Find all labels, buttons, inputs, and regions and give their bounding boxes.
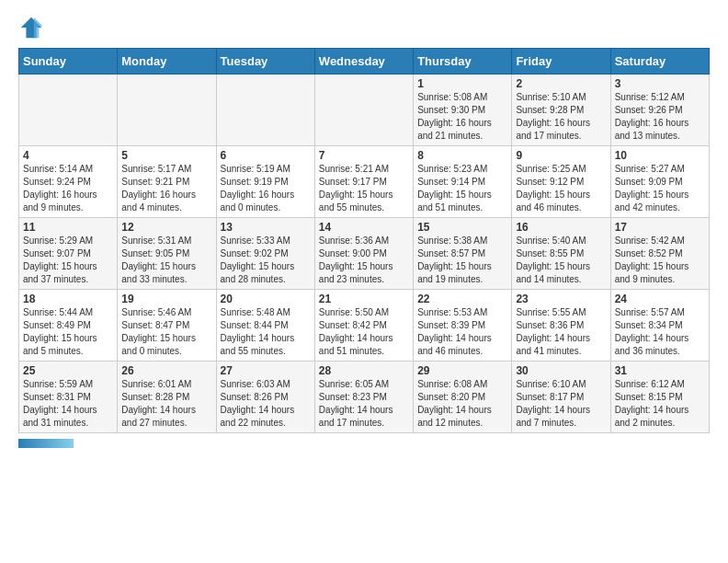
day-info: Sunrise: 5:50 AM Sunset: 8:42 PM Dayligh… bbox=[319, 306, 409, 358]
day-info: Sunrise: 5:17 AM Sunset: 9:21 PM Dayligh… bbox=[121, 163, 211, 214]
day-cell: 15Sunrise: 5:38 AM Sunset: 8:57 PM Dayli… bbox=[414, 218, 512, 290]
day-cell: 2Sunrise: 5:10 AM Sunset: 9:28 PM Daylig… bbox=[512, 75, 610, 146]
week-row-4: 18Sunrise: 5:44 AM Sunset: 8:49 PM Dayli… bbox=[19, 290, 710, 362]
day-number: 18 bbox=[23, 293, 113, 305]
day-number: 14 bbox=[319, 221, 409, 234]
day-info: Sunrise: 5:36 AM Sunset: 9:00 PM Dayligh… bbox=[319, 235, 409, 286]
day-number: 25 bbox=[23, 364, 113, 377]
day-info: Sunrise: 5:33 AM Sunset: 9:02 PM Dayligh… bbox=[221, 235, 311, 286]
day-cell: 21Sunrise: 5:50 AM Sunset: 8:42 PM Dayli… bbox=[314, 290, 413, 362]
day-info: Sunrise: 5:48 AM Sunset: 8:44 PM Dayligh… bbox=[221, 306, 311, 358]
day-number: 24 bbox=[615, 293, 705, 305]
day-cell: 18Sunrise: 5:44 AM Sunset: 8:49 PM Dayli… bbox=[19, 290, 118, 362]
day-number: 15 bbox=[417, 221, 507, 234]
day-info: Sunrise: 5:46 AM Sunset: 8:47 PM Dayligh… bbox=[121, 306, 211, 358]
header-row: SundayMondayTuesdayWednesdayThursdayFrid… bbox=[19, 49, 710, 75]
week-row-3: 11Sunrise: 5:29 AM Sunset: 9:07 PM Dayli… bbox=[19, 218, 710, 290]
col-header-monday: Monday bbox=[118, 49, 216, 75]
day-number: 7 bbox=[319, 149, 409, 162]
day-number: 8 bbox=[417, 149, 507, 162]
day-info: Sunrise: 6:03 AM Sunset: 8:26 PM Dayligh… bbox=[221, 378, 311, 430]
day-info: Sunrise: 5:57 AM Sunset: 8:34 PM Dayligh… bbox=[615, 306, 705, 358]
day-info: Sunrise: 5:40 AM Sunset: 8:55 PM Dayligh… bbox=[516, 235, 606, 286]
day-info: Sunrise: 6:08 AM Sunset: 8:20 PM Dayligh… bbox=[417, 378, 507, 430]
day-cell: 14Sunrise: 5:36 AM Sunset: 9:00 PM Dayli… bbox=[314, 218, 413, 290]
day-cell: 22Sunrise: 5:53 AM Sunset: 8:39 PM Dayli… bbox=[414, 290, 512, 362]
day-cell: 6Sunrise: 5:19 AM Sunset: 9:19 PM Daylig… bbox=[216, 146, 314, 218]
day-cell bbox=[19, 75, 118, 146]
page: SundayMondayTuesdayWednesdayThursdayFrid… bbox=[0, 0, 728, 457]
day-number: 3 bbox=[615, 77, 705, 90]
day-number: 5 bbox=[121, 149, 211, 162]
day-cell: 30Sunrise: 6:10 AM Sunset: 8:17 PM Dayli… bbox=[512, 362, 610, 433]
day-info: Sunrise: 5:44 AM Sunset: 8:49 PM Dayligh… bbox=[23, 306, 113, 358]
day-cell: 8Sunrise: 5:23 AM Sunset: 9:14 PM Daylig… bbox=[414, 146, 512, 218]
day-info: Sunrise: 6:05 AM Sunset: 8:23 PM Dayligh… bbox=[319, 378, 409, 430]
day-number: 19 bbox=[121, 293, 211, 305]
day-number: 10 bbox=[615, 149, 705, 162]
day-info: Sunrise: 5:19 AM Sunset: 9:19 PM Dayligh… bbox=[221, 163, 311, 214]
day-cell bbox=[216, 75, 314, 146]
logo bbox=[18, 15, 48, 40]
col-header-thursday: Thursday bbox=[414, 49, 512, 75]
day-info: Sunrise: 5:21 AM Sunset: 9:17 PM Dayligh… bbox=[319, 163, 409, 214]
day-number: 30 bbox=[516, 364, 606, 377]
day-number: 11 bbox=[23, 221, 113, 234]
day-info: Sunrise: 5:23 AM Sunset: 9:14 PM Dayligh… bbox=[417, 163, 507, 214]
calendar-table: SundayMondayTuesdayWednesdayThursdayFrid… bbox=[18, 48, 710, 433]
day-info: Sunrise: 6:12 AM Sunset: 8:15 PM Dayligh… bbox=[615, 378, 705, 430]
day-cell: 19Sunrise: 5:46 AM Sunset: 8:47 PM Dayli… bbox=[118, 290, 216, 362]
header bbox=[18, 15, 710, 40]
week-row-5: 25Sunrise: 5:59 AM Sunset: 8:31 PM Dayli… bbox=[19, 362, 710, 433]
day-info: Sunrise: 5:08 AM Sunset: 9:30 PM Dayligh… bbox=[417, 91, 507, 143]
day-cell: 1Sunrise: 5:08 AM Sunset: 9:30 PM Daylig… bbox=[414, 75, 512, 146]
col-header-wednesday: Wednesday bbox=[314, 49, 413, 75]
day-cell: 12Sunrise: 5:31 AM Sunset: 9:05 PM Dayli… bbox=[118, 218, 216, 290]
daylight-bar bbox=[18, 439, 74, 448]
day-number: 22 bbox=[417, 293, 507, 305]
col-header-saturday: Saturday bbox=[610, 49, 709, 75]
day-info: Sunrise: 6:10 AM Sunset: 8:17 PM Dayligh… bbox=[516, 378, 606, 430]
day-number: 26 bbox=[121, 364, 211, 377]
day-cell: 11Sunrise: 5:29 AM Sunset: 9:07 PM Dayli… bbox=[19, 218, 118, 290]
day-cell: 24Sunrise: 5:57 AM Sunset: 8:34 PM Dayli… bbox=[610, 290, 709, 362]
day-cell: 23Sunrise: 5:55 AM Sunset: 8:36 PM Dayli… bbox=[512, 290, 610, 362]
day-number: 13 bbox=[221, 221, 311, 234]
col-header-tuesday: Tuesday bbox=[216, 49, 314, 75]
day-cell: 29Sunrise: 6:08 AM Sunset: 8:20 PM Dayli… bbox=[414, 362, 512, 433]
day-cell bbox=[314, 75, 413, 146]
day-cell bbox=[118, 75, 216, 146]
day-info: Sunrise: 5:12 AM Sunset: 9:26 PM Dayligh… bbox=[615, 91, 705, 143]
col-header-friday: Friday bbox=[512, 49, 610, 75]
day-info: Sunrise: 5:25 AM Sunset: 9:12 PM Dayligh… bbox=[516, 163, 606, 214]
day-cell: 7Sunrise: 5:21 AM Sunset: 9:17 PM Daylig… bbox=[314, 146, 413, 218]
day-cell: 13Sunrise: 5:33 AM Sunset: 9:02 PM Dayli… bbox=[216, 218, 314, 290]
day-info: Sunrise: 5:10 AM Sunset: 9:28 PM Dayligh… bbox=[516, 91, 606, 143]
day-info: Sunrise: 5:53 AM Sunset: 8:39 PM Dayligh… bbox=[417, 306, 507, 358]
day-number: 12 bbox=[121, 221, 211, 234]
day-cell: 27Sunrise: 6:03 AM Sunset: 8:26 PM Dayli… bbox=[216, 362, 314, 433]
day-cell: 16Sunrise: 5:40 AM Sunset: 8:55 PM Dayli… bbox=[512, 218, 610, 290]
day-cell: 10Sunrise: 5:27 AM Sunset: 9:09 PM Dayli… bbox=[610, 146, 709, 218]
day-info: Sunrise: 5:55 AM Sunset: 8:36 PM Dayligh… bbox=[516, 306, 606, 358]
day-cell: 4Sunrise: 5:14 AM Sunset: 9:24 PM Daylig… bbox=[19, 146, 118, 218]
day-info: Sunrise: 6:01 AM Sunset: 8:28 PM Dayligh… bbox=[121, 378, 211, 430]
day-info: Sunrise: 5:27 AM Sunset: 9:09 PM Dayligh… bbox=[615, 163, 705, 214]
day-info: Sunrise: 5:31 AM Sunset: 9:05 PM Dayligh… bbox=[121, 235, 211, 286]
day-info: Sunrise: 5:14 AM Sunset: 9:24 PM Dayligh… bbox=[23, 163, 113, 214]
day-cell: 20Sunrise: 5:48 AM Sunset: 8:44 PM Dayli… bbox=[216, 290, 314, 362]
day-number: 20 bbox=[221, 293, 311, 305]
day-number: 17 bbox=[615, 221, 705, 234]
day-number: 21 bbox=[319, 293, 409, 305]
day-cell: 3Sunrise: 5:12 AM Sunset: 9:26 PM Daylig… bbox=[610, 75, 709, 146]
day-number: 6 bbox=[221, 149, 311, 162]
day-info: Sunrise: 5:38 AM Sunset: 8:57 PM Dayligh… bbox=[417, 235, 507, 286]
day-info: Sunrise: 5:42 AM Sunset: 8:52 PM Dayligh… bbox=[615, 235, 705, 286]
day-number: 23 bbox=[516, 293, 606, 305]
day-number: 27 bbox=[221, 364, 311, 377]
day-number: 1 bbox=[417, 77, 507, 90]
day-number: 31 bbox=[615, 364, 705, 377]
footer bbox=[18, 439, 710, 448]
day-number: 9 bbox=[516, 149, 606, 162]
logo-icon bbox=[18, 15, 44, 40]
